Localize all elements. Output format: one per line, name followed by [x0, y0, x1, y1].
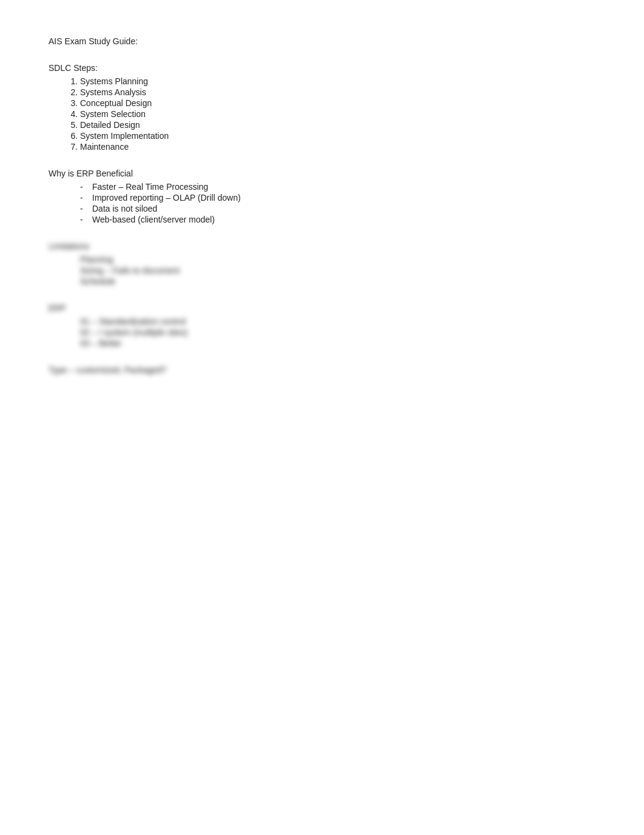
- list-item: Systems Planning: [80, 76, 595, 86]
- blurred-item: 03 – Better: [80, 338, 595, 348]
- blurred-item: 02 – I system (multiple sites): [80, 327, 595, 337]
- list-item: Web-based (client/server model): [80, 215, 595, 224]
- sdlc-label: SDLC Steps:: [49, 63, 595, 73]
- blurred-sub-1: Planning Sizing – Fails to document Sche…: [80, 255, 595, 286]
- page-title-section: AIS Exam Study Guide:: [49, 36, 595, 46]
- list-item: System Selection: [80, 109, 595, 119]
- blurred-title-3: Type – customized, Packaged?: [49, 365, 595, 375]
- page-title: AIS Exam Study Guide:: [49, 36, 595, 46]
- blurred-title-2: ERP: [49, 303, 595, 313]
- list-item: Faster – Real Time Processing: [80, 182, 595, 192]
- list-item: Conceptual Design: [80, 98, 595, 108]
- erp-list: Faster – Real Time Processing Improved r…: [80, 182, 595, 224]
- list-item: Maintenance: [80, 142, 595, 152]
- blurred-section-3: Type – customized, Packaged?: [49, 365, 595, 375]
- blurred-item: Planning: [80, 255, 595, 264]
- blurred-item: Sizing – Fails to document: [80, 266, 595, 275]
- erp-section: Why is ERP Beneficial Faster – Real Time…: [49, 169, 595, 224]
- list-item: Improved reporting – OLAP (Drill down): [80, 193, 595, 203]
- blurred-section-2: ERP 01 – Standardization control 02 – I …: [49, 303, 595, 348]
- list-item: Data is not siloed: [80, 204, 595, 213]
- sdlc-list: Systems Planning Systems Analysis Concep…: [80, 76, 595, 152]
- sdlc-section: SDLC Steps: Systems Planning Systems Ana…: [49, 63, 595, 152]
- blurred-title-1: Limitations: [49, 241, 595, 251]
- erp-label: Why is ERP Beneficial: [49, 169, 595, 178]
- blurred-section-1: Limitations Planning Sizing – Fails to d…: [49, 241, 595, 286]
- blurred-sub-2: 01 – Standardization control 02 – I syst…: [80, 317, 595, 348]
- blurred-item: Schedule: [80, 277, 595, 286]
- list-item: System Implementation: [80, 131, 595, 141]
- list-item: Systems Analysis: [80, 87, 595, 97]
- list-item: Detailed Design: [80, 120, 595, 130]
- blurred-item: 01 – Standardization control: [80, 317, 595, 326]
